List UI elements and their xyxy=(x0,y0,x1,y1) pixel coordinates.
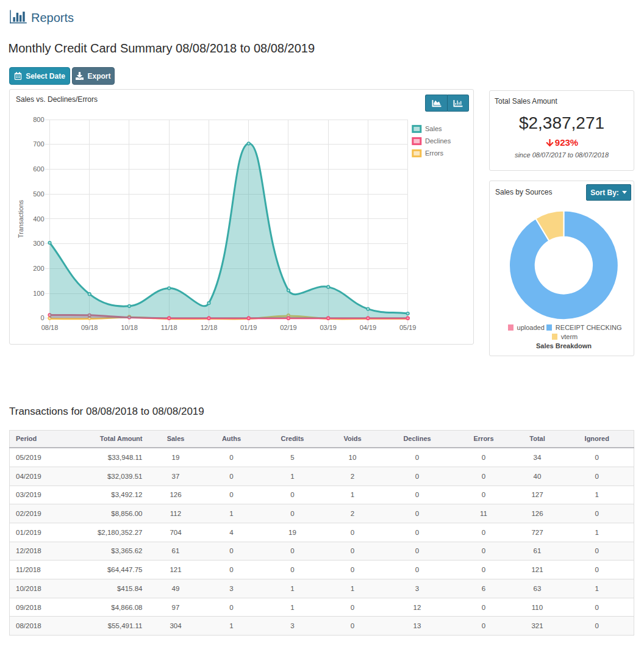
svg-text:11/18: 11/18 xyxy=(161,324,177,331)
svg-text:400: 400 xyxy=(33,215,44,223)
svg-text:0: 0 xyxy=(40,314,44,321)
svg-text:12/18: 12/18 xyxy=(201,324,218,331)
svg-text:100: 100 xyxy=(33,290,44,297)
svg-text:Transactions: Transactions xyxy=(17,199,24,238)
svg-text:05/19: 05/19 xyxy=(399,324,417,331)
svg-text:08/18: 08/18 xyxy=(41,324,59,331)
svg-text:200: 200 xyxy=(33,265,44,272)
svg-text:01/19: 01/19 xyxy=(240,324,257,331)
svg-text:Sales: Sales xyxy=(425,125,442,132)
svg-text:700: 700 xyxy=(33,140,44,148)
svg-text:Errors: Errors xyxy=(425,149,443,157)
svg-text:04/19: 04/19 xyxy=(360,324,377,331)
svg-text:09/18: 09/18 xyxy=(81,324,98,331)
svg-text:10/18: 10/18 xyxy=(121,324,138,331)
svg-text:Declines: Declines xyxy=(425,137,451,145)
svg-text:300: 300 xyxy=(33,240,44,247)
svg-text:600: 600 xyxy=(33,165,44,173)
svg-text:03/19: 03/19 xyxy=(320,324,337,331)
svg-text:02/19: 02/19 xyxy=(280,324,297,331)
svg-text:500: 500 xyxy=(33,190,44,198)
svg-text:800: 800 xyxy=(33,116,44,123)
